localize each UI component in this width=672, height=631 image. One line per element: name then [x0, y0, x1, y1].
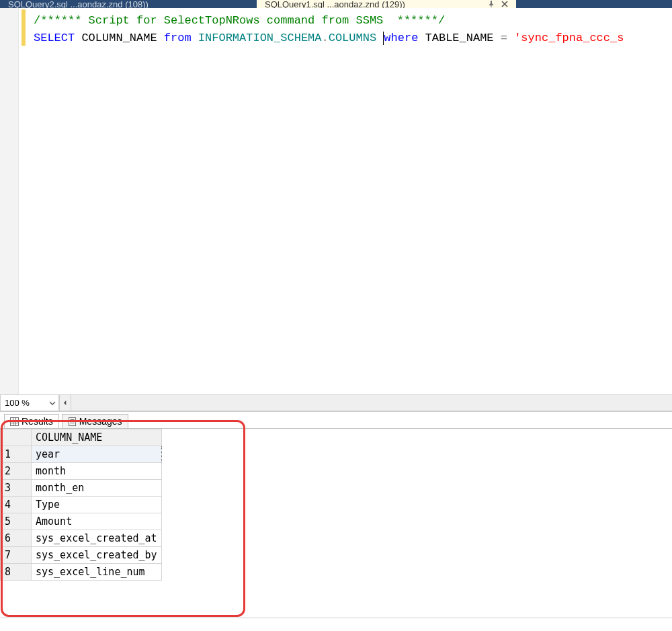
editor-gutter — [0, 8, 19, 394]
grid-icon — [10, 417, 19, 426]
close-icon[interactable] — [500, 0, 509, 8]
messages-tab[interactable]: Messages — [62, 414, 128, 428]
cell-value[interactable]: sys_excel_created_at — [32, 530, 162, 547]
tab-label: SQLQuery2.sql ...aondaz.znd (108)) — [8, 0, 149, 8]
row-number[interactable]: 6 — [1, 530, 32, 547]
tab-label: SQLQuery1.sql ...aondaz.znd (129)) — [265, 0, 405, 8]
results-footer — [0, 618, 672, 631]
table-row[interactable]: 5 Amount — [1, 513, 162, 530]
chevron-down-icon — [49, 400, 56, 407]
code-area[interactable]: /****** Script for SelectTopNRows comman… — [28, 8, 672, 394]
row-number[interactable]: 4 — [1, 497, 32, 513]
editor-change-markers — [19, 8, 28, 394]
scroll-track[interactable] — [71, 395, 672, 411]
editor-zoom-bar: 100 % — [0, 394, 672, 411]
editor-tab-inactive[interactable]: SQLQuery2.sql ...aondaz.znd (108)) — [0, 0, 257, 8]
row-number[interactable]: 8 — [1, 564, 32, 581]
zoom-value: 100 % — [5, 398, 30, 408]
results-tabstrip: Results Messages — [0, 412, 672, 428]
kw-from: from — [164, 32, 192, 44]
kw-select: SELECT — [34, 32, 75, 44]
cell-value[interactable]: sys_excel_created_by — [32, 547, 162, 564]
results-tab[interactable]: Results — [4, 414, 59, 428]
document-icon — [68, 417, 77, 426]
results-panel: Results Messages COLUMN_NAME — [0, 411, 672, 631]
editor-tab-active[interactable]: SQLQuery1.sql ...aondaz.znd (129)) — [257, 0, 516, 8]
row-number[interactable]: 7 — [1, 547, 32, 564]
table-row[interactable]: 6 sys_excel_created_at — [1, 530, 162, 547]
cell-value[interactable]: month — [32, 463, 162, 480]
scroll-left-button[interactable] — [59, 395, 71, 411]
table-row[interactable]: 4 Type — [1, 497, 162, 513]
column-header[interactable]: COLUMN_NAME — [32, 429, 162, 446]
tabstrip-remainder — [516, 0, 672, 8]
sql-editor[interactable]: /****** Script for SelectTopNRows comman… — [0, 8, 672, 394]
table-row[interactable]: 3 month_en — [1, 480, 162, 497]
results-tab-label: Results — [22, 416, 53, 427]
cell-value[interactable]: year — [32, 446, 162, 463]
results-grid-container: COLUMN_NAME 1 year 2 month 3 month_en — [0, 428, 672, 618]
kw-where: where — [384, 32, 418, 44]
zoom-dropdown[interactable]: 100 % — [0, 395, 59, 411]
table-row[interactable]: 1 year — [1, 446, 162, 463]
table-row[interactable]: 7 sys_excel_created_by — [1, 547, 162, 564]
results-grid[interactable]: COLUMN_NAME 1 year 2 month 3 month_en — [0, 429, 162, 581]
horizontal-scrollbar[interactable] — [59, 395, 672, 411]
row-number[interactable]: 5 — [1, 513, 32, 530]
row-number[interactable]: 2 — [1, 463, 32, 480]
editor-tabstrip: SQLQuery2.sql ...aondaz.znd (108)) SQLQu… — [0, 0, 672, 8]
messages-tab-label: Messages — [79, 416, 122, 427]
cell-value[interactable]: sys_excel_line_num — [32, 564, 162, 581]
row-number-header[interactable] — [1, 429, 32, 446]
cell-value[interactable]: Type — [32, 497, 162, 513]
code-comment: /****** Script for SelectTopNRows comman… — [34, 14, 445, 27]
svg-rect-0 — [11, 417, 19, 425]
cell-value[interactable]: Amount — [32, 513, 162, 530]
row-number[interactable]: 1 — [1, 446, 32, 463]
row-number[interactable]: 3 — [1, 480, 32, 497]
table-row[interactable]: 2 month — [1, 463, 162, 480]
table-row[interactable]: 8 sys_excel_line_num — [1, 564, 162, 581]
cell-value[interactable]: month_en — [32, 480, 162, 497]
pin-icon[interactable] — [487, 0, 496, 8]
